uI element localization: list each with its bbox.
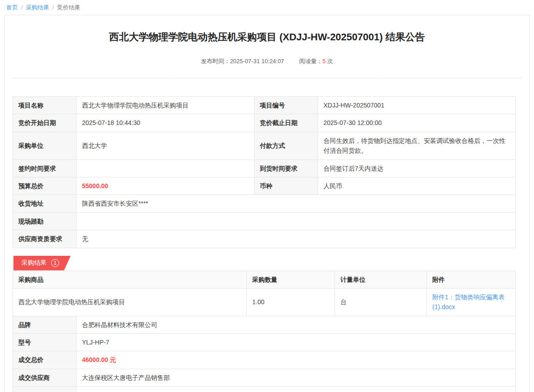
page-title: 西北大学物理学院电动热压机采购项目 (XDJJ-HW-202507001) 结果… xyxy=(39,30,495,44)
info-value: 人民币 xyxy=(318,177,516,194)
publish-time: 发布时间：2025-07-31 10:24:07 xyxy=(201,57,284,65)
breadcrumb-separator: / xyxy=(21,4,23,11)
table-row: 西北大学物理学院电动热压机采购项目 1.00 台 附件1：货物类响应偏离表(1)… xyxy=(13,288,516,316)
info-label: 签约时间要求 xyxy=(13,159,77,177)
table-row: 品牌 合肥科晶材料技术有限公司 xyxy=(13,316,516,333)
product-name: 西北大学物理学院电动热压机采购项目 xyxy=(13,288,247,316)
table-header-row: 采购商品 采购数量 计量单位 附件 xyxy=(13,271,516,288)
info-value: 合同生效后，待货物到达指定地点、安装调试验收合格后，一次性付清合同货款。 xyxy=(318,132,516,159)
table-row: 型号 YLJ-HP-7 xyxy=(13,334,516,351)
budget-total-price: 55000.00 xyxy=(77,177,254,194)
table-row: 预算总价 55000.00 币种 人民币 xyxy=(13,177,516,194)
detail-label: 型号 xyxy=(13,334,77,351)
info-label: 竞价开始日期 xyxy=(13,114,77,132)
info-value: 陕西省西安市长安区**** xyxy=(77,195,516,212)
table-row: 项目名称 西北大学物理学院电动热压机采购项目 项目编号 XDJJ-HW-2025… xyxy=(13,97,516,114)
measure-unit: 台 xyxy=(335,288,427,316)
purchase-result-table: 采购商品 采购数量 计量单位 附件 西北大学物理学院电动热压机采购项目 1.00… xyxy=(13,271,516,316)
column-header: 附件 xyxy=(427,271,516,288)
brand-value: 合肥科晶材料技术有限公司 xyxy=(77,316,516,333)
deal-total-price: 46000.00 元 xyxy=(77,351,516,369)
table-row: 现场踏勘 xyxy=(13,212,516,230)
purchase-result-ribbon: 采购结果 1 xyxy=(13,256,71,271)
breadcrumb-current: 竞价结果 xyxy=(57,4,80,11)
result-count-badge: 1 xyxy=(51,259,59,267)
purchase-quantity: 1.00 xyxy=(247,288,335,316)
supplier-value: 大连保税区大唐电子产品销售部 xyxy=(77,369,516,386)
result-detail-table: 品牌 合肥科晶材料技术有限公司 型号 YLJ-HP-7 成交总价 46000.0… xyxy=(13,316,516,392)
column-header: 计量单位 xyxy=(335,271,427,288)
model-value: YLJ-HP-7 xyxy=(77,334,516,351)
info-value xyxy=(77,159,254,177)
table-row: 签约时间要求 到货时间要求 合同签订后7天内送达 xyxy=(13,159,516,177)
detail-label: 质保及售后服务 xyxy=(13,387,77,392)
detail-label: 成交供应商 xyxy=(13,369,77,386)
info-value: 合同签订后7天内送达 xyxy=(318,159,516,177)
detail-label: 品牌 xyxy=(13,316,77,333)
breadcrumb-separator: / xyxy=(52,4,54,11)
attachment-cell: 附件1：货物类响应偏离表(1).docx xyxy=(427,288,516,316)
column-header: 采购商品 xyxy=(13,271,247,288)
info-value: 西北大学物理学院电动热压机采购项目 xyxy=(77,97,254,114)
info-label: 付款方式 xyxy=(254,132,318,159)
info-label: 预算总价 xyxy=(13,177,77,194)
info-label: 项目编号 xyxy=(254,97,318,114)
info-value: 2025-07-18 10:44:30 xyxy=(77,114,254,132)
info-value: 2025-07-30 12:00:00 xyxy=(318,114,516,132)
info-value: 无 xyxy=(77,230,516,248)
info-label: 供应商资质要求 xyxy=(13,230,77,248)
table-row: 供应商资质要求 无 xyxy=(13,230,516,248)
detail-label: 成交总价 xyxy=(13,351,77,369)
ribbon-label: 采购结果 xyxy=(22,259,47,267)
info-label: 币种 xyxy=(254,177,318,194)
table-row: 成交供应商 大连保税区大唐电子产品销售部 xyxy=(13,369,516,386)
info-label: 项目名称 xyxy=(13,97,77,114)
table-row: 成交总价 46000.00 元 xyxy=(13,351,516,369)
result-section-header: 采购结果 1 xyxy=(13,256,521,271)
info-label: 收货地址 xyxy=(13,195,77,212)
table-row: 竞价开始日期 2025-07-18 10:44:30 竞价截止日期 2025-0… xyxy=(13,114,516,132)
info-value: 西北大学 xyxy=(77,132,254,159)
info-label: 到货时间要求 xyxy=(254,159,318,177)
table-row: 收货地址 陕西省西安市长安区**** xyxy=(13,195,516,212)
breadcrumb-home-link[interactable]: 首页 xyxy=(6,4,18,11)
read-count: 阅读量：5 次 xyxy=(299,57,333,65)
info-value xyxy=(77,212,516,230)
project-info-table: 项目名称 西北大学物理学院电动热压机采购项目 项目编号 XDJJ-HW-2025… xyxy=(13,96,516,248)
attachment-link[interactable]: 附件1：货物类响应偏离表(1).docx xyxy=(432,293,505,310)
breadcrumb: 首页/采购结果/竞价结果 xyxy=(0,0,534,14)
info-label: 现场踏勘 xyxy=(13,212,77,230)
warranty-value: 验收合格后2年。响应时效：即时响应（包括电话响应）；电话响应无法解决24小时内到… xyxy=(77,387,516,392)
table-row: 质保及售后服务 验收合格后2年。响应时效：即时响应（包括电话响应）；电话响应无法… xyxy=(13,387,516,392)
table-row: 采购单位 西北大学 付款方式 合同生效后，待货物到达指定地点、安装调试验收合格后… xyxy=(13,132,516,159)
info-label: 采购单位 xyxy=(13,132,77,159)
breadcrumb-purchase-results-link[interactable]: 采购结果 xyxy=(26,4,49,11)
publish-meta: 发布时间：2025-07-31 10:24:07 阅读量：5 次 xyxy=(13,57,521,78)
announcement-card: 西北大学物理学院电动热压机采购项目 (XDJJ-HW-202507001) 结果… xyxy=(4,15,530,392)
info-value: XDJJ-HW-202507001 xyxy=(318,97,516,114)
column-header: 采购数量 xyxy=(247,271,335,288)
read-count-value: 5 xyxy=(323,58,326,65)
info-label: 竞价截止日期 xyxy=(254,114,318,132)
